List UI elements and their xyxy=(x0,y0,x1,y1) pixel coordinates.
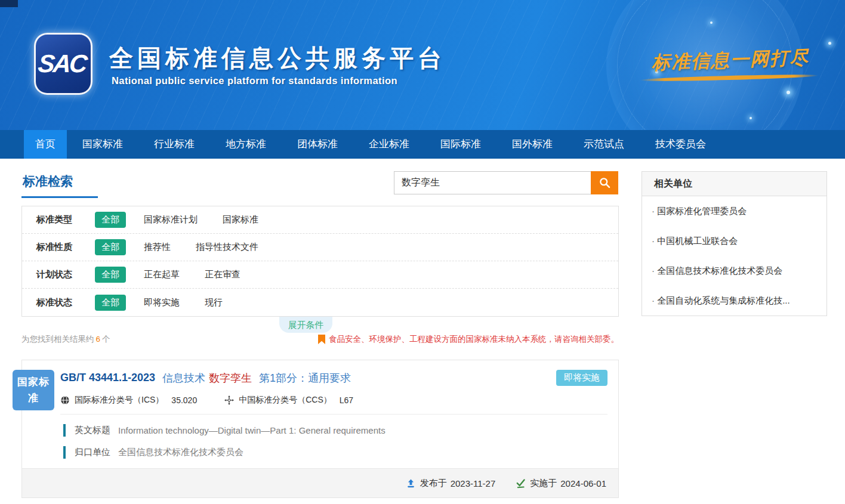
site-header: SAC 全国标准信息公共服务平台 National public service… xyxy=(0,0,845,130)
card-divider xyxy=(60,414,607,415)
filter-all-button[interactable]: 全部 xyxy=(95,295,126,311)
filter-row-standard-status: 标准状态 全部 即将实施 现行 xyxy=(22,289,618,316)
filter-option[interactable]: 正在审查 xyxy=(205,269,240,280)
status-badge: 即将实施 xyxy=(556,370,607,386)
nav-item-pilot-programs[interactable]: 示范试点 xyxy=(568,130,640,159)
filter-label: 标准状态 xyxy=(36,297,95,308)
standard-title-highlight[interactable]: 数字孪生 xyxy=(209,371,252,385)
notice-text: 食品安全、环境保护、工程建设方面的国家标准未纳入本系统，请咨询相关部委。 xyxy=(329,334,619,345)
published-date: 2023-11-27 xyxy=(451,478,496,488)
standard-title-part[interactable]: 信息技术 xyxy=(162,371,205,385)
filter-label: 标准类型 xyxy=(36,214,95,225)
compass-icon xyxy=(224,395,234,405)
published-date-item: 发布于 2023-11-27 xyxy=(406,478,496,489)
standard-title-part[interactable]: 第1部分：通用要求 xyxy=(259,371,351,385)
expand-conditions-button[interactable]: 展开条件 xyxy=(279,317,332,333)
related-units-title: 相关单位 xyxy=(642,172,827,196)
filter-row-standard-nature: 标准性质 全部 推荐性 指导性技术文件 xyxy=(22,234,618,261)
glow-dot xyxy=(710,21,713,24)
filter-option[interactable]: 推荐性 xyxy=(144,242,171,253)
corner-artifact xyxy=(0,0,18,7)
search-icon xyxy=(599,177,611,189)
results-count-prefix: 为您找到相关结果约 xyxy=(21,335,94,344)
system-notice: 食品安全、环境保护、工程建设方面的国家标准未纳入本系统，请咨询相关部委。 xyxy=(317,334,619,345)
nav-item-local-standards[interactable]: 地方标准 xyxy=(210,130,282,159)
sac-logo[interactable]: SAC xyxy=(34,33,92,95)
classification-meta: 国际标准分类号（ICS） 35.020 中国标准分类号（CCS） L67 xyxy=(60,395,607,406)
published-label: 发布于 xyxy=(420,478,447,489)
ccs-value: L67 xyxy=(340,395,353,405)
detail-value: 全国信息技术标准化技术委员会 xyxy=(118,447,243,458)
ccs-meta: 中国标准分类号（CCS） L67 xyxy=(224,395,353,406)
search-button[interactable] xyxy=(591,171,618,194)
ics-label: 国际标准分类号（ICS） xyxy=(75,395,164,406)
filter-option[interactable]: 现行 xyxy=(205,297,223,308)
sac-logo-text: SAC xyxy=(37,50,90,78)
filter-all-button[interactable]: 全部 xyxy=(95,239,126,255)
tab-standard-search[interactable]: 标准检索 xyxy=(23,173,73,190)
detail-row-english-title: 英文标题 Information technology—Digital twin… xyxy=(63,424,607,437)
related-unit-link[interactable]: 全国自动化系统与集成标准化技... xyxy=(642,286,827,316)
filter-option[interactable]: 即将实施 xyxy=(144,297,180,308)
related-units-panel: 相关单位 国家标准化管理委员会 中国机械工业联合会 全国信息技术标准化技术委员会… xyxy=(642,171,827,316)
results-count: 为您找到相关结果约6个 xyxy=(21,334,110,345)
result-card: 国家标准 GB/T 43441.1-2023 信息技术 数字孪生 第1部分：通用… xyxy=(21,360,619,498)
bookmark-icon xyxy=(317,335,326,344)
filter-all-button[interactable]: 全部 xyxy=(95,267,126,283)
related-unit-link[interactable]: 全国信息技术标准化技术委员会 xyxy=(642,256,827,286)
implement-check-icon xyxy=(516,478,526,488)
ccs-label: 中国标准分类号（CCS） xyxy=(239,395,332,406)
globe-icon xyxy=(60,395,70,405)
glow-dot xyxy=(787,91,790,94)
site-title: 全国标准信息公共服务平台 xyxy=(109,42,446,75)
filter-label: 标准性质 xyxy=(36,242,95,253)
filter-all-button[interactable]: 全部 xyxy=(95,212,126,228)
filter-option[interactable]: 指导性技术文件 xyxy=(196,242,258,253)
filter-option[interactable]: 正在起草 xyxy=(144,269,180,280)
standard-code-link[interactable]: GB/T 43441.1-2023 xyxy=(60,372,155,384)
filter-row-plan-status: 计划状态 全部 正在起草 正在审查 xyxy=(22,261,618,289)
implemented-label: 实施于 xyxy=(530,478,557,489)
related-unit-link[interactable]: 国家标准化管理委员会 xyxy=(642,196,827,226)
filter-option[interactable]: 国家标准计划 xyxy=(144,214,198,225)
nav-item-industry-standards[interactable]: 行业标准 xyxy=(138,130,210,159)
detail-accent-bar xyxy=(63,446,66,459)
results-info-bar: 为您找到相关结果约6个 食品安全、环境保护、工程建设方面的国家标准未纳入本系统，… xyxy=(21,334,619,345)
tab-active-underline xyxy=(21,196,98,198)
card-head: GB/T 43441.1-2023 信息技术 数字孪生 第1部分：通用要求 即将… xyxy=(22,360,618,414)
results-count-suffix: 个 xyxy=(102,335,110,344)
publish-icon xyxy=(406,478,416,488)
filter-label: 计划状态 xyxy=(36,269,95,280)
nav-item-enterprise-standards[interactable]: 企业标准 xyxy=(353,130,425,159)
detail-value: Information technology—Digital twin—Part… xyxy=(118,425,386,435)
search-box xyxy=(394,171,618,194)
nav-item-technical-committees[interactable]: 技术委员会 xyxy=(640,130,721,159)
main-nav: 首页 国家标准 行业标准 地方标准 团体标准 企业标准 国际标准 国外标准 示范… xyxy=(0,130,845,159)
nav-item-foreign-standards[interactable]: 国外标准 xyxy=(496,130,568,159)
detail-accent-bar xyxy=(63,424,66,437)
nav-item-home[interactable]: 首页 xyxy=(24,130,67,159)
site-subtitle: National public service platform for sta… xyxy=(112,75,397,86)
search-input[interactable] xyxy=(394,171,591,194)
detail-label: 归口单位 xyxy=(75,447,110,458)
card-footer: 发布于 2023-11-27 实施于 2024-06-01 xyxy=(22,468,618,497)
implemented-date-item: 实施于 2024-06-01 xyxy=(516,478,606,489)
ics-value: 35.020 xyxy=(171,395,197,405)
glow-dot xyxy=(828,42,831,45)
detail-row-competent-unit: 归口单位 全国信息技术标准化技术委员会 xyxy=(63,446,607,459)
standard-type-badge: 国家标准 xyxy=(13,370,54,410)
nav-item-group-standards[interactable]: 团体标准 xyxy=(282,130,353,159)
ics-meta: 国际标准分类号（ICS） 35.020 xyxy=(60,395,197,406)
nav-item-national-standards[interactable]: 国家标准 xyxy=(67,130,138,159)
filter-row-standard-type: 标准类型 全部 国家标准计划 国家标准 xyxy=(22,206,618,234)
filter-panel: 标准类型 全部 国家标准计划 国家标准 标准性质 全部 推荐性 指导性技术文件 … xyxy=(21,206,619,317)
results-count-number: 6 xyxy=(96,335,101,344)
related-unit-link[interactable]: 中国机械工业联合会 xyxy=(642,226,827,256)
content-area: 标准检索 相关单位 国家标准化管理委员会 中国机械工业联合会 全国信息技术标准化… xyxy=(0,159,845,504)
detail-label: 英文标题 xyxy=(75,425,110,436)
nav-item-international-standards[interactable]: 国际标准 xyxy=(425,130,496,159)
filter-option[interactable]: 国家标准 xyxy=(223,214,258,225)
standard-title-line: GB/T 43441.1-2023 信息技术 数字孪生 第1部分：通用要求 即将… xyxy=(60,370,607,386)
implemented-date: 2024-06-01 xyxy=(560,478,606,488)
glow-dot xyxy=(750,117,752,119)
